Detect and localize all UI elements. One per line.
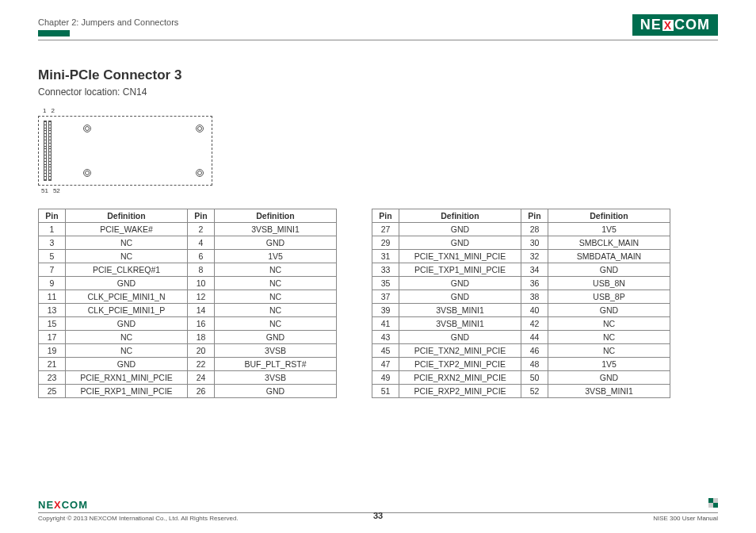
cell-definition: NC	[215, 317, 337, 331]
cell-definition: PCIE_CLKREQ#1	[66, 263, 188, 277]
cell-pin: 33	[372, 263, 399, 277]
table-row: 7PCIE_CLKREQ#18NC	[39, 263, 337, 277]
cell-pin: 40	[521, 304, 548, 317]
pin-table-left: Pin Definition Pin Definition 1PCIE_WAKE…	[38, 209, 337, 398]
cell-definition: NC	[548, 344, 670, 358]
cell-pin: 39	[372, 304, 399, 317]
pin-table-right: Pin Definition Pin Definition 27GND281V5…	[372, 209, 670, 398]
brand-x-icon: X	[662, 20, 674, 31]
cell-pin: 27	[372, 223, 399, 236]
cell-definition: PCIE_TXN2_MINI_PCIE	[399, 344, 521, 358]
cell-definition: GND	[399, 331, 521, 344]
cell-definition: GND	[399, 236, 521, 250]
cell-pin: 23	[39, 371, 66, 385]
cell-definition: 1V5	[548, 358, 670, 371]
page-number: 33	[38, 511, 718, 520]
mounting-hole-icon	[196, 169, 204, 177]
cell-pin: 36	[521, 277, 548, 290]
cell-definition: GND	[548, 371, 670, 385]
th-def: Definition	[548, 209, 670, 223]
cell-pin: 25	[39, 385, 66, 398]
table-row: 49PCIE_RXN2_MINI_PCIE50GND	[372, 371, 670, 385]
cell-definition: 3VSB_MINI1	[399, 317, 521, 331]
table-row: 25PCIE_RXP1_MINI_PCIE26GND	[39, 385, 337, 398]
accent-bar	[38, 30, 70, 36]
cell-pin: 41	[372, 317, 399, 331]
table-row: 5NC61V5	[39, 250, 337, 263]
th-pin: Pin	[39, 209, 66, 223]
section-subtitle: Connector location: CN14	[38, 86, 718, 98]
cell-pin: 18	[188, 331, 215, 344]
cell-pin: 38	[521, 290, 548, 304]
cell-pin: 52	[521, 385, 548, 398]
cell-pin: 13	[39, 304, 66, 317]
cell-definition: GND	[399, 223, 521, 236]
table-row: 23PCIE_RXN1_MINI_PCIE243VSB	[39, 371, 337, 385]
cell-pin: 17	[39, 331, 66, 344]
cell-pin: 7	[39, 263, 66, 277]
cell-definition: SMBCLK_MAIN	[548, 236, 670, 250]
cell-definition: PCIE_TXN1_MINI_PCIE	[399, 250, 521, 263]
pin-column-icon	[48, 121, 52, 181]
cell-definition: NC	[548, 331, 670, 344]
cell-definition: NC	[66, 236, 188, 250]
th-def: Definition	[399, 209, 521, 223]
cell-pin: 32	[521, 250, 548, 263]
connector-diagram: 1 2 51 52	[38, 107, 718, 194]
cell-definition: CLK_PCIE_MINI1_N	[66, 290, 188, 304]
th-pin: Pin	[521, 209, 548, 223]
page-footer: NEXCOM Copyright © 2013 NEXCOM Internati…	[38, 499, 718, 522]
chapter-label: Chapter 2: Jumpers and Connectors	[38, 14, 178, 27]
cell-definition: 3VSB_MINI1	[399, 304, 521, 317]
cell-definition: 1V5	[215, 250, 337, 263]
cell-definition: 3VSB_MINI1	[548, 385, 670, 398]
pin-label: 1	[43, 107, 46, 114]
brand-text-post: COM	[62, 499, 88, 511]
cell-definition: NC	[66, 331, 188, 344]
brand-text-pre: NE	[38, 499, 54, 511]
table-row: 47PCIE_TXP2_MINI_PCIE481V5	[372, 358, 670, 371]
cell-definition: GND	[399, 277, 521, 290]
cell-definition: PCIE_RXN2_MINI_PCIE	[399, 371, 521, 385]
cell-definition: PCIE_RXP1_MINI_PCIE	[66, 385, 188, 398]
cell-pin: 42	[521, 317, 548, 331]
footer-ornament-icon	[708, 498, 718, 508]
cell-pin: 9	[39, 277, 66, 290]
cell-definition: 3VSB_MINI1	[215, 223, 337, 236]
cell-definition: GND	[66, 358, 188, 371]
th-pin: Pin	[372, 209, 399, 223]
cell-pin: 37	[372, 290, 399, 304]
cell-pin: 29	[372, 236, 399, 250]
table-row: 43GND44NC	[372, 331, 670, 344]
cell-pin: 1	[39, 223, 66, 236]
table-row: 35GND36USB_8N	[372, 277, 670, 290]
pin-label: 2	[51, 107, 54, 114]
table-row: 19NC203VSB	[39, 344, 337, 358]
cell-pin: 44	[521, 331, 548, 344]
cell-definition: BUF_PLT_RST#	[215, 358, 337, 371]
table-row: 9GND10NC	[39, 277, 337, 290]
cell-pin: 50	[521, 371, 548, 385]
cell-pin: 24	[188, 371, 215, 385]
cell-pin: 12	[188, 290, 215, 304]
footer-brand-logo: NEXCOM	[38, 499, 718, 511]
table-row: 3NC4GND	[39, 236, 337, 250]
cell-definition: NC	[215, 290, 337, 304]
table-row: 17NC18GND	[39, 331, 337, 344]
cell-pin: 5	[39, 250, 66, 263]
cell-pin: 3	[39, 236, 66, 250]
cell-definition: NC	[215, 263, 337, 277]
cell-pin: 51	[372, 385, 399, 398]
pin-column-icon	[44, 121, 47, 181]
pin-label: 51	[41, 187, 48, 194]
cell-pin: 11	[39, 290, 66, 304]
mounting-hole-icon	[83, 169, 91, 177]
th-def: Definition	[215, 209, 337, 223]
cell-pin: 31	[372, 250, 399, 263]
cell-definition: PCIE_RXN1_MINI_PCIE	[66, 371, 188, 385]
cell-pin: 19	[39, 344, 66, 358]
cell-pin: 22	[188, 358, 215, 371]
table-row: 393VSB_MINI140GND	[372, 304, 670, 317]
brand-logo: NEXCOM	[632, 14, 718, 36]
cell-pin: 6	[188, 250, 215, 263]
